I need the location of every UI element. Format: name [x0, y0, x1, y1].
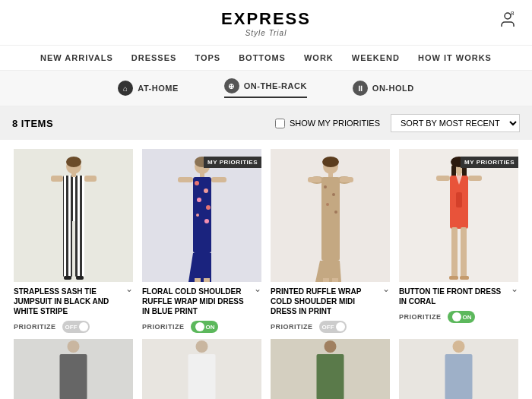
- product-title-row-4: BUTTON TIE FRONT DRESS IN CORAL ⌄: [399, 282, 518, 306]
- prioritize-toggle-4[interactable]: ON: [448, 311, 475, 323]
- product-card-2: MY PRIORITIES: [138, 149, 266, 339]
- product-chevron-1[interactable]: ⌄: [125, 283, 133, 294]
- prioritize-row-4: PRIORITIZE ON: [399, 311, 518, 323]
- nav-how-it-works[interactable]: HOW IT WORKS: [418, 53, 492, 62]
- tab-at-home[interactable]: ⌂ AT-HOME: [118, 78, 178, 98]
- nav-new-arrivals[interactable]: NEW ARRIVALS: [40, 53, 113, 62]
- tab-on-the-rack[interactable]: ⊕ ON-THE-RACK: [224, 78, 307, 98]
- bottom-card-2: [142, 339, 261, 399]
- svg-point-35: [324, 185, 327, 188]
- nav-bottoms[interactable]: BOTTOMS: [239, 53, 286, 62]
- tab-on-hold-label: ON-HOLD: [372, 84, 414, 93]
- nav-work[interactable]: WORK: [304, 53, 334, 62]
- svg-rect-54: [451, 227, 458, 279]
- prioritize-toggle-3[interactable]: OFF: [319, 321, 347, 333]
- product-chevron-4[interactable]: ⌄: [511, 283, 518, 294]
- svg-rect-32: [321, 177, 340, 261]
- svg-point-65: [325, 340, 337, 353]
- hold-icon: ⏸: [353, 81, 368, 96]
- product-title-4: BUTTON TIE FRONT DRESS IN CORAL: [399, 287, 508, 306]
- rack-icon: ⊕: [224, 78, 239, 93]
- product-image-1: [14, 149, 133, 282]
- product-grid: STRAPLESS SASH TIE JUMPSUIT IN BLACK AND…: [0, 140, 532, 339]
- main-nav: NEW ARRIVALS DRESSES TOPS BOTTOMS WORK W…: [0, 46, 532, 71]
- product-chevron-3[interactable]: ⌄: [382, 283, 390, 294]
- toggle-knob-1: [79, 322, 88, 331]
- svg-rect-27: [195, 278, 201, 282]
- svg-rect-50: [456, 192, 462, 207]
- show-priorities-toggle[interactable]: SHOW MY PRIORITIES: [275, 119, 380, 128]
- svg-rect-17: [193, 177, 211, 253]
- show-priorities-label: SHOW MY PRIORITIES: [290, 119, 380, 128]
- svg-point-38: [334, 211, 337, 214]
- svg-point-3: [66, 157, 81, 167]
- product-figure-4: [429, 153, 489, 282]
- product-image-3: [271, 149, 390, 282]
- svg-point-30: [322, 157, 339, 167]
- tab-on-the-rack-label: ON-THE-RACK: [244, 81, 307, 90]
- tab-on-hold[interactable]: ⏸ ON-HOLD: [353, 78, 414, 98]
- svg-point-62: [196, 340, 208, 353]
- svg-rect-52: [436, 176, 450, 181]
- toolbar: 8 ITEMS SHOW MY PRIORITIES SORT BY MOST …: [0, 106, 532, 140]
- toggle-knob-3: [336, 322, 345, 331]
- svg-rect-12: [64, 276, 71, 280]
- account-icon[interactable]: 8: [499, 11, 517, 32]
- bottom-card-3: [271, 339, 390, 399]
- product-title-row-1: STRAPLESS SASH TIE JUMPSUIT IN BLACK AND…: [14, 282, 133, 316]
- priority-badge-2: MY PRIORITIES: [204, 157, 261, 168]
- svg-rect-8: [75, 220, 84, 277]
- bottom-card-4: [399, 339, 518, 399]
- bottom-card-1: [14, 339, 133, 399]
- product-chevron-2[interactable]: ⌄: [254, 283, 261, 294]
- prioritize-label-4: PRIORITIZE: [399, 313, 442, 321]
- svg-point-20: [197, 198, 201, 202]
- nav-dresses[interactable]: DRESSES: [131, 53, 177, 62]
- sort-select[interactable]: SORT BY MOST RECENT SORT BY OLDEST SORT …: [391, 114, 520, 132]
- nav-weekend[interactable]: WEEKEND: [352, 53, 400, 62]
- product-card-1: STRAPLESS SASH TIE JUMPSUIT IN BLACK AND…: [9, 149, 138, 339]
- svg-rect-25: [178, 177, 193, 182]
- prioritize-row-1: PRIORITIZE OFF: [14, 321, 133, 333]
- svg-rect-31: [328, 173, 333, 177]
- brand-subtitle: Style Trial: [15, 29, 517, 37]
- product-title-row-3: PRINTED RUFFLE WRAP COLD SHOULDER MIDI D…: [271, 282, 390, 316]
- svg-rect-6: [63, 176, 84, 221]
- prioritize-toggle-2[interactable]: ON: [191, 321, 218, 333]
- svg-rect-11: [84, 176, 97, 182]
- svg-text:8: 8: [511, 11, 515, 17]
- toggle-off-label-3: OFF: [322, 324, 334, 331]
- svg-point-59: [68, 340, 80, 353]
- tabs: ⌂ AT-HOME ⊕ ON-THE-RACK ⏸ ON-HOLD: [0, 71, 532, 106]
- product-title-1: STRAPLESS SASH TIE JUMPSUIT IN BLACK AND…: [14, 287, 122, 316]
- prioritize-toggle-1[interactable]: OFF: [62, 321, 90, 333]
- svg-rect-60: [60, 354, 87, 399]
- prioritize-label-1: PRIORITIZE: [14, 323, 56, 331]
- svg-rect-55: [461, 227, 467, 279]
- nav-tops[interactable]: TOPS: [195, 53, 220, 62]
- svg-point-18: [195, 181, 199, 185]
- svg-point-68: [453, 340, 465, 353]
- svg-point-21: [206, 205, 211, 210]
- show-priorities-checkbox[interactable]: [275, 119, 285, 128]
- svg-point-0: [505, 13, 511, 19]
- svg-rect-28: [204, 278, 210, 282]
- svg-rect-56: [449, 276, 458, 280]
- product-figure-3: [300, 153, 361, 282]
- prioritize-row-3: PRIORITIZE OFF: [271, 321, 390, 333]
- svg-point-23: [204, 219, 209, 223]
- svg-rect-66: [317, 354, 344, 399]
- toggle-knob-4: [452, 312, 461, 321]
- prioritize-label-2: PRIORITIZE: [142, 323, 185, 331]
- product-figure-1: [43, 153, 104, 282]
- svg-point-36: [332, 193, 335, 196]
- svg-marker-24: [188, 253, 211, 282]
- svg-rect-40: [308, 177, 321, 182]
- product-figure-2: [172, 153, 233, 282]
- svg-point-22: [196, 214, 199, 217]
- product-image-4: MY PRIORITIES: [399, 149, 518, 282]
- product-card-3: PRINTED RUFFLE WRAP COLD SHOULDER MIDI D…: [266, 149, 394, 339]
- svg-rect-7: [63, 220, 72, 277]
- items-count: 8 ITEMS: [12, 118, 275, 129]
- tab-at-home-label: AT-HOME: [138, 84, 178, 93]
